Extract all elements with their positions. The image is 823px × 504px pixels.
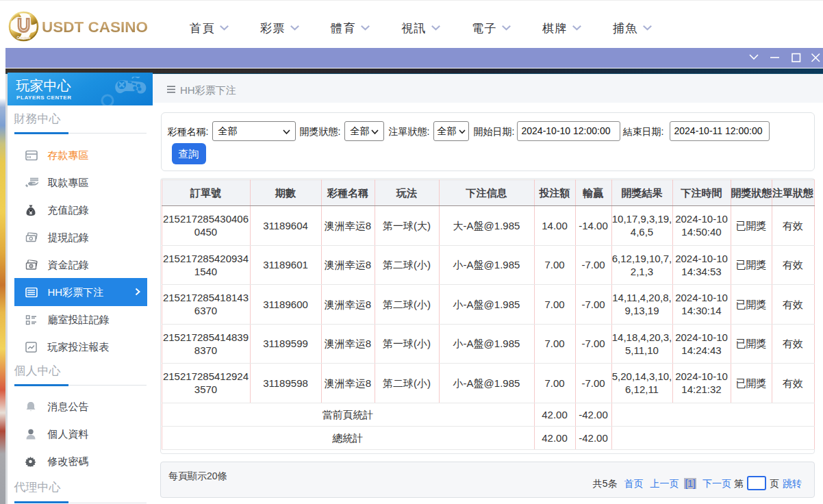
- svg-text:Casino: Casino: [16, 36, 30, 40]
